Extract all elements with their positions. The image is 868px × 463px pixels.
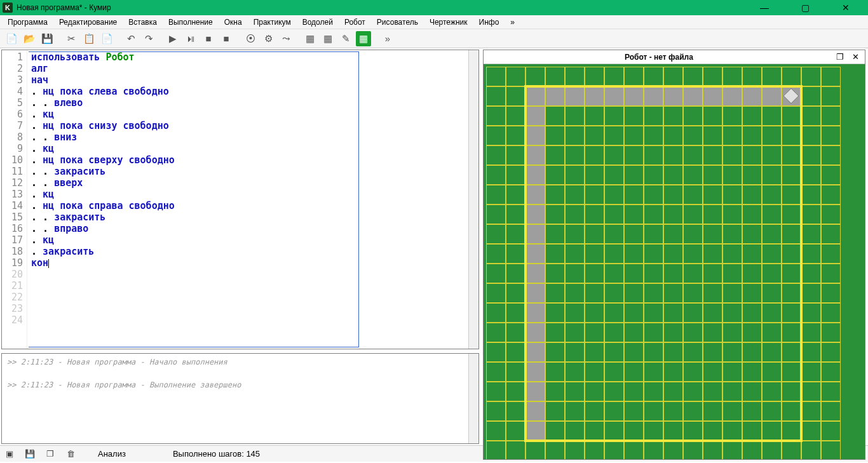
close-button[interactable]: ✕ — [831, 3, 860, 13]
menu-программа[interactable]: Программа — [3, 17, 53, 28]
code-line-7[interactable]: . нц пока снизу свободно — [31, 120, 478, 131]
menu-чертежник[interactable]: Чертежник — [424, 17, 473, 28]
sb-analysis[interactable]: Анализ — [98, 449, 126, 459]
copy-icon[interactable]: 📋 — [81, 31, 97, 46]
painted-cell — [546, 87, 564, 105]
painted-cell — [566, 87, 584, 105]
menu-»[interactable]: » — [505, 17, 520, 28]
new-file-icon[interactable]: 📄 — [4, 31, 19, 46]
painted-cell — [703, 87, 722, 105]
code-line-13[interactable]: . кц — [31, 189, 478, 200]
trace-icon[interactable]: ⚙ — [261, 31, 276, 46]
menu-робот[interactable]: Робот — [339, 17, 370, 28]
menu-редактирование[interactable]: Редактирование — [54, 17, 122, 28]
code-line-2[interactable]: алг — [31, 63, 478, 74]
maximize-button[interactable]: ▢ — [790, 3, 820, 13]
painted-cell — [526, 185, 545, 204]
menu-инфо[interactable]: Инфо — [474, 17, 505, 28]
code-line-19[interactable]: кон — [31, 257, 478, 269]
painted-cell — [526, 382, 545, 401]
undo-icon[interactable]: ↶ — [123, 31, 139, 46]
code-line-1[interactable]: использовать Робот — [31, 51, 478, 63]
console-line: >> 2:11:23 - Новая программа - Выполнени… — [7, 380, 473, 392]
sb-console-icon[interactable]: ▣ — [4, 449, 15, 459]
robot-field[interactable] — [484, 64, 865, 459]
painted-cell — [526, 343, 545, 361]
code-line-4[interactable]: . нц пока слева свободно — [31, 86, 478, 97]
code-area[interactable]: использовать Роботалгнач. нц пока слева … — [27, 50, 478, 349]
code-line-14[interactable]: . нц пока справа свободно — [31, 200, 478, 211]
code-line-9[interactable]: . кц — [31, 143, 478, 154]
sb-save-icon[interactable]: 💾 — [24, 449, 36, 459]
menu-водолей[interactable]: Водолей — [297, 17, 338, 28]
trace2-icon[interactable]: ⤳ — [278, 31, 294, 46]
code-line-3[interactable]: нач — [31, 74, 478, 86]
editor-scrollbar[interactable] — [468, 50, 478, 349]
more-icon[interactable]: » — [380, 31, 395, 46]
toolbar: 📄📂💾✂📋📄↶↷▶⏯■■⦿⚙⤳▦▦✎▦» — [0, 29, 868, 48]
painted-cell — [684, 87, 702, 105]
painted-cell — [605, 87, 623, 105]
breakpoint-icon[interactable]: ⦿ — [243, 31, 258, 46]
paste-icon[interactable]: 📄 — [99, 31, 114, 46]
code-line-10[interactable]: . нц пока сверху свободно — [31, 154, 478, 166]
brush-icon[interactable]: ✎ — [338, 31, 353, 46]
painted-cell — [526, 245, 545, 263]
run-icon[interactable]: ▶ — [165, 31, 180, 46]
menu-окна[interactable]: Окна — [219, 17, 247, 28]
sb-trash-icon[interactable]: 🗑 — [65, 449, 76, 459]
robot-close-icon[interactable]: ✕ — [850, 52, 861, 62]
wall — [524, 440, 803, 442]
titlebar: K Новая программа* - Кумир — ▢ ✕ — [0, 0, 868, 15]
robot-restore-icon[interactable]: ❐ — [834, 52, 846, 62]
window-controls: — ▢ ✕ — [750, 3, 865, 13]
code-line-6[interactable]: . кц — [31, 109, 478, 120]
painted-cell — [526, 205, 545, 224]
main-content: 123456789101112131415161718192021222324 … — [0, 48, 868, 445]
wall — [524, 85, 803, 88]
output-console[interactable]: >> 2:11:23 - Новая программа - Начало вы… — [1, 353, 479, 444]
cut-icon[interactable]: ✂ — [64, 31, 79, 46]
sb-steps: Выполнено шагов: 145 — [173, 449, 260, 459]
code-line-17[interactable]: . кц — [31, 234, 478, 246]
menubar: ПрограммаРедактированиеВставкаВыполнение… — [0, 15, 868, 29]
painted-cell — [526, 323, 545, 342]
window-title: Новая программа* - Кумир — [17, 3, 750, 12]
left-pane: 123456789101112131415161718192021222324 … — [0, 48, 482, 445]
menu-выполнение[interactable]: Выполнение — [163, 17, 218, 28]
code-editor[interactable]: 123456789101112131415161718192021222324 … — [1, 50, 479, 349]
code-line-5[interactable]: . . влево — [31, 97, 478, 109]
menu-практикум[interactable]: Практикум — [248, 17, 296, 28]
code-line-8[interactable]: . . вниз — [31, 131, 478, 143]
painted-cell — [644, 87, 663, 105]
code-line-16[interactable]: . . вправо — [31, 223, 478, 234]
menu-рисователь[interactable]: Рисователь — [372, 17, 423, 28]
minimize-button[interactable]: — — [750, 3, 779, 13]
painted-cell — [526, 146, 545, 164]
grid1-icon[interactable]: ▦ — [302, 31, 318, 46]
save-icon[interactable]: 💾 — [39, 31, 55, 46]
menu-вставка[interactable]: Вставка — [123, 17, 162, 28]
robot-panel: Робот - нет файла ❐ ✕ — [483, 50, 865, 460]
console-scrollbar[interactable] — [468, 354, 478, 443]
code-line-12[interactable]: . . вверх — [31, 177, 478, 189]
painted-cell — [585, 87, 604, 105]
painted-cell — [526, 264, 545, 283]
redo-icon[interactable]: ↷ — [141, 31, 156, 46]
stop-icon[interactable]: ■ — [201, 31, 216, 46]
open-icon[interactable]: 📂 — [22, 31, 37, 46]
green-grid-icon[interactable]: ▦ — [356, 31, 371, 46]
console-line: >> 2:11:23 - Новая программа - Начало вы… — [7, 358, 473, 369]
code-line-11[interactable]: . . закрасить — [31, 166, 478, 177]
grid2-icon[interactable]: ▦ — [320, 31, 336, 46]
painted-cell — [723, 87, 742, 105]
stop2-icon[interactable]: ■ — [219, 31, 234, 46]
code-line-15[interactable]: . . закрасить — [31, 211, 478, 223]
wall — [524, 85, 527, 442]
step-icon[interactable]: ⏯ — [183, 31, 198, 46]
robot-header: Робот - нет файла ❐ ✕ — [484, 50, 865, 64]
code-line-18[interactable]: . закрасить — [31, 246, 478, 257]
sb-copy-icon[interactable]: ❐ — [44, 449, 56, 459]
painted-cell — [526, 284, 545, 302]
painted-cell — [526, 225, 545, 243]
